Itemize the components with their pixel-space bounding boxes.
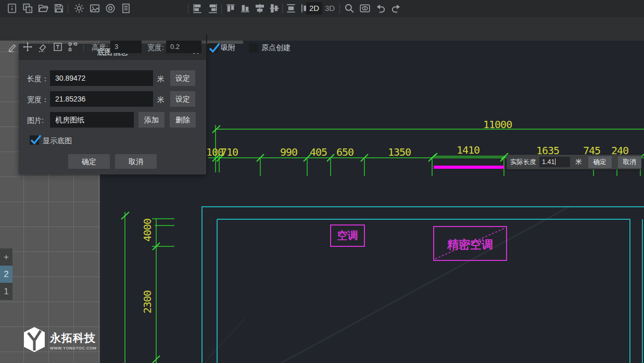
origin-create-checkbox[interactable] [249, 43, 258, 53]
toolbar-divider [206, 35, 207, 58]
ac-label: 空调 [331, 229, 364, 243]
snap-label: 吸附 [221, 43, 235, 53]
toolbar-separator [221, 4, 222, 14]
meter-unit-label: 米 [575, 158, 582, 167]
length-input[interactable]: 30.89472 [50, 70, 153, 86]
mode-2d-button[interactable]: 2D [306, 2, 322, 15]
draw-pencil-icon[interactable] [7, 42, 18, 52]
undo-icon[interactable] [375, 3, 386, 14]
show-base-map-label: 显示底图 [43, 136, 72, 146]
align-bottom-icon[interactable] [239, 3, 251, 14]
image-name-input[interactable]: 机房图纸 [50, 112, 134, 128]
height-label: 高度: [92, 43, 108, 53]
toolbar-separator [188, 4, 188, 14]
brand-logo: 永拓科技 WWW.YONGTOC.COM [24, 327, 96, 354]
dialog-cancel-button[interactable]: 取消 [115, 154, 157, 169]
text-tool-icon[interactable] [53, 42, 63, 52]
search-icon[interactable] [344, 3, 355, 14]
add-image-button[interactable]: 添加 [138, 112, 165, 128]
width-input[interactable]: 21.85236 [50, 91, 153, 107]
base-map-info-dialog: 底图信息 ✕ 长度： 30.89472 米 设定 宽度： 21.85236 米 … [19, 44, 206, 174]
dim-label-total: 11000 [483, 118, 512, 131]
image-label: 图片: [27, 116, 44, 126]
toolbar-separator [68, 4, 68, 14]
floor-button-1[interactable]: 1 [0, 283, 12, 300]
align-top-icon[interactable] [225, 3, 236, 14]
draw-toolbar: 高度: 3 宽度: 0.2 吸附 原点创建 [0, 17, 644, 41]
length-set-button[interactable]: 设定 [170, 70, 195, 86]
redo-icon[interactable] [390, 3, 402, 14]
width-set-button[interactable]: 设定 [170, 91, 195, 107]
measure-ok-button[interactable]: 确定 [588, 156, 612, 168]
underlay-faint-line [281, 206, 570, 363]
delete-image-button[interactable]: 删除 [170, 112, 196, 128]
dim-label-vertical: 2300 [141, 284, 151, 320]
toolbar-separator [282, 4, 283, 14]
snap-checkbox[interactable] [208, 43, 218, 53]
save-icon[interactable] [53, 3, 65, 14]
wall-width-input[interactable]: 0.2 [166, 41, 201, 53]
align-right-icon[interactable] [207, 3, 219, 14]
dim-label: 405 [310, 146, 327, 158]
document-list-icon[interactable] [120, 3, 132, 14]
logo-website: WWW.YONGTOC.COM [50, 346, 96, 351]
dim-label: 1410 [457, 144, 479, 156]
toolbar-separator [339, 4, 340, 14]
origin-create-label: 原点创建 [261, 43, 291, 53]
length-unit-label: 米 [157, 74, 165, 84]
measure-cancel-button[interactable]: 取消 [618, 156, 641, 168]
logo-icon [24, 327, 45, 354]
text-caret [555, 158, 555, 165]
width-label: 宽度: [147, 43, 164, 53]
node-edit-icon[interactable] [68, 42, 78, 52]
dim-label: 650 [336, 146, 353, 158]
brightness-icon[interactable] [73, 3, 85, 14]
underlay-faint-line [207, 319, 245, 359]
width-label: 宽度： [27, 95, 49, 105]
floor-button-2[interactable]: 2 [0, 266, 12, 283]
align-left-icon[interactable] [192, 3, 203, 14]
project-info-icon[interactable] [6, 3, 18, 14]
measure-length-popup: 实际长度 1.41 米 确定 取消 [507, 155, 641, 169]
move-icon[interactable] [22, 42, 33, 52]
duplicate-pages-icon[interactable]: 1 2 [22, 3, 33, 14]
add-floor-button[interactable]: + [0, 248, 12, 266]
dim-label-vertical: 4000 [141, 212, 151, 248]
precision-ac-label: 精密空调 [434, 237, 507, 253]
toolbar-separator [83, 41, 84, 51]
width-unit-label: 米 [157, 95, 165, 105]
app-window: 11000 100 710 990 405 650 1350 1410 1635… [0, 0, 644, 363]
center-vertical-icon[interactable] [269, 3, 280, 14]
logo-company-name: 永拓科技 [50, 331, 96, 345]
dim-label: 710 [221, 146, 238, 158]
actual-length-label: 实际长度 [510, 158, 536, 167]
show-base-map-checkbox[interactable] [30, 135, 39, 145]
room-outline [201, 207, 644, 363]
svg-text:1: 1 [25, 5, 27, 9]
eraser-icon[interactable] [37, 42, 48, 52]
wall-height-input[interactable]: 3 [110, 41, 142, 53]
length-label: 长度： [27, 74, 49, 84]
image-icon[interactable] [89, 3, 100, 14]
actual-length-input[interactable]: 1.41 [539, 157, 570, 167]
center-horizontal-icon[interactable] [254, 3, 266, 14]
history-icon[interactable] [105, 3, 116, 14]
dim-label: 990 [280, 146, 297, 158]
main-toolbar: 1 2 [0, 0, 644, 17]
svg-text:2: 2 [29, 8, 31, 12]
open-folder-icon[interactable] [37, 3, 49, 14]
view-eye-icon[interactable] [359, 3, 371, 14]
dim-label: 1350 [388, 146, 411, 158]
mode-3d-button[interactable]: 3D [322, 2, 338, 15]
dialog-ok-button[interactable]: 确定 [68, 154, 110, 169]
distribute-vertical-icon[interactable] [285, 3, 297, 14]
